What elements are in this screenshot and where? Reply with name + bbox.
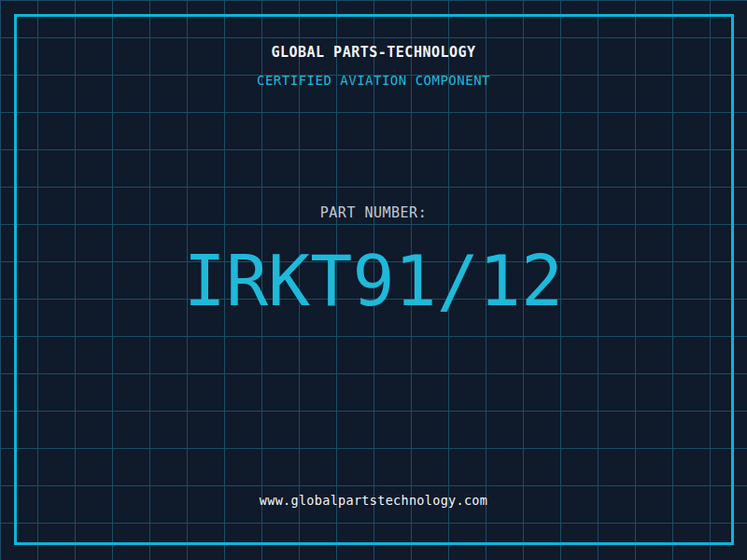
certification-line: CERTIFIED AVIATION COMPONENT [0,73,747,88]
company-name: GLOBAL PARTS-TECHNOLOGY [0,44,747,61]
blueprint-label-card: GLOBAL PARTS-TECHNOLOGY CERTIFIED AVIATI… [0,0,747,560]
part-number-label: PART NUMBER: [0,204,747,221]
website-url: www.globalpartstechnology.com [0,493,747,508]
part-number-value: IRKT91/12 [0,240,747,322]
